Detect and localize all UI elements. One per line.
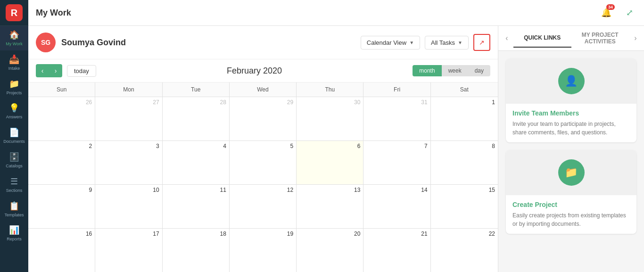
right-panel: ‹ QUICK LINKS MY PROJECT ACTIVITIES › 👤 …: [498, 26, 644, 272]
sidebar-item-templates[interactable]: 📋 Templates: [0, 197, 28, 222]
view-toggle: month week day: [413, 65, 490, 76]
calendar-day-cell[interactable]: 4: [163, 141, 230, 184]
calendar-day-cell[interactable]: 30: [297, 97, 363, 140]
view-controls: Calendar View ▼ All Tasks ▼ ↗: [361, 34, 490, 51]
calendar-view-dropdown[interactable]: Calendar View ▼: [361, 36, 420, 49]
day-view-button[interactable]: day: [468, 65, 490, 76]
calendar-day-cell[interactable]: 15: [431, 185, 498, 228]
sidebar-item-reports[interactable]: 📊 Reports: [0, 221, 28, 246]
calendar-week-row: 2345678: [28, 141, 498, 185]
main-content: My Work 🔔 34 ⤢ SG Soumya Govind Calendar…: [28, 0, 644, 272]
calendar-day-cell[interactable]: 14: [363, 185, 430, 228]
calendar-week-row: 9101112131415: [28, 185, 498, 229]
quick-link-create-project: 📁 Create Project Easily create projects …: [506, 150, 636, 234]
week-view-button[interactable]: week: [442, 65, 468, 76]
calendar-day-cell[interactable]: 21: [363, 229, 430, 272]
sidebar-item-intake[interactable]: 📥 Intake: [0, 50, 28, 75]
calendar-day-cell[interactable]: 13: [297, 185, 363, 228]
sidebar-item-label: Sections: [6, 188, 23, 193]
share-button[interactable]: ↗: [473, 34, 490, 51]
calendar-week-row: 2627282930311: [28, 97, 498, 141]
calendar-day-cell[interactable]: 10: [95, 185, 162, 228]
chevron-down-icon: ▼: [458, 40, 462, 45]
tab-quick-links[interactable]: QUICK LINKS: [513, 29, 571, 48]
calendar-section: SG Soumya Govind Calendar View ▼ All Tas…: [28, 26, 498, 272]
month-view-button[interactable]: month: [413, 65, 441, 76]
card-title[interactable]: Create Project: [512, 201, 630, 208]
calendar-day-header: Fri: [363, 82, 430, 97]
calendar-day-cell[interactable]: 8: [431, 141, 498, 184]
prev-month-button[interactable]: ‹: [36, 64, 49, 77]
calendar-day-header: Sun: [28, 82, 95, 97]
calendar-day-cell[interactable]: 18: [163, 229, 230, 272]
calendar-day-header: Tue: [163, 82, 230, 97]
calendar-day-cell[interactable]: 20: [297, 229, 363, 272]
sidebar-item-label: Projects: [7, 91, 22, 96]
my-work-icon: 🏠: [9, 30, 19, 40]
expand-button[interactable]: ⤢: [622, 6, 636, 20]
notification-button[interactable]: 🔔 34: [598, 4, 615, 21]
intake-icon: 📥: [9, 54, 19, 65]
create-project-icon: 📁: [558, 159, 585, 186]
card-description: Easily create projects from existing tem…: [512, 211, 630, 228]
user-name: Soumya Govind: [61, 38, 355, 48]
calendar-day-header: Mon: [95, 82, 162, 97]
calendar-day-cell[interactable]: 5: [230, 141, 297, 184]
calendar-day-header: Sat: [431, 82, 498, 97]
task-filter-dropdown[interactable]: All Tasks ▼: [425, 36, 469, 49]
nav-arrows: ‹ ›: [36, 64, 62, 77]
calendar-day-cell[interactable]: 31: [363, 97, 430, 140]
sidebar-logo: R: [0, 0, 28, 26]
calendar-day-headers: SunMonTueWedThuFriSat: [28, 82, 498, 97]
sidebar-item-catalogs[interactable]: 🗄️ Catalogs: [0, 148, 28, 173]
calendar-day-cell[interactable]: 9: [28, 185, 95, 228]
sidebar-item-sections[interactable]: ☰ Sections: [0, 173, 28, 197]
calendar-day-cell[interactable]: 1: [431, 97, 498, 140]
share-icon: ↗: [479, 39, 485, 46]
chevron-down-icon: ▼: [409, 40, 414, 45]
calendar-day-header: Thu: [297, 82, 363, 97]
sidebar-item-answers[interactable]: 💡 Answers: [0, 99, 28, 124]
content-area: SG Soumya Govind Calendar View ▼ All Tas…: [28, 26, 644, 272]
sidebar-item-label: Catalogs: [6, 164, 23, 169]
topbar-right: 🔔 34 ⤢: [598, 4, 636, 21]
avatar: SG: [36, 33, 56, 52]
card-title[interactable]: Invite Team Members: [512, 109, 630, 117]
calendar-week-row: 16171819202122: [28, 229, 498, 272]
sidebar-item-label: Templates: [4, 213, 24, 218]
calendar-day-cell[interactable]: 28: [163, 97, 230, 140]
panel-prev-button[interactable]: ‹: [500, 28, 513, 49]
calendar-day-cell[interactable]: 3: [95, 141, 162, 184]
calendar-day-cell[interactable]: 27: [95, 97, 162, 140]
calendar-day-cell[interactable]: 6: [297, 141, 363, 184]
panel-next-button[interactable]: ›: [629, 28, 642, 49]
page-title: My Work: [36, 8, 71, 18]
documents-icon: 📄: [9, 127, 19, 138]
next-month-button[interactable]: ›: [49, 64, 62, 77]
invite-team-icon: 👤: [558, 68, 585, 94]
calendar-day-cell[interactable]: 22: [431, 229, 498, 272]
calendar-grid: SunMonTueWedThuFriSat 262728293031123456…: [28, 82, 498, 272]
answers-icon: 💡: [9, 103, 19, 113]
card-description: Invite your team to participate in proje…: [512, 120, 630, 137]
app-logo: R: [6, 4, 23, 21]
topbar: My Work 🔔 34 ⤢: [28, 0, 644, 26]
sections-icon: ☰: [10, 176, 18, 187]
today-button[interactable]: today: [67, 65, 96, 77]
calendar-day-cell[interactable]: 29: [230, 97, 297, 140]
calendar-day-cell[interactable]: 16: [28, 229, 95, 272]
sidebar-item-projects[interactable]: 📁 Projects: [0, 75, 28, 99]
calendar-day-cell[interactable]: 7: [363, 141, 430, 184]
calendar-day-cell[interactable]: 11: [163, 185, 230, 228]
calendar-header: SG Soumya Govind Calendar View ▼ All Tas…: [28, 26, 498, 59]
tab-project-activities[interactable]: MY PROJECT ACTIVITIES: [571, 26, 629, 50]
calendar-day-cell[interactable]: 2: [28, 141, 95, 184]
projects-icon: 📁: [9, 79, 19, 89]
calendar-day-cell[interactable]: 19: [230, 229, 297, 272]
calendar-day-cell[interactable]: 12: [230, 185, 297, 228]
sidebar-item-label: My Work: [6, 41, 22, 47]
calendar-day-cell[interactable]: 17: [95, 229, 162, 272]
sidebar-item-documents[interactable]: 📄 Documents: [0, 124, 28, 148]
sidebar-item-my-work[interactable]: 🏠 My Work: [0, 26, 28, 50]
calendar-day-cell[interactable]: 26: [28, 97, 95, 140]
